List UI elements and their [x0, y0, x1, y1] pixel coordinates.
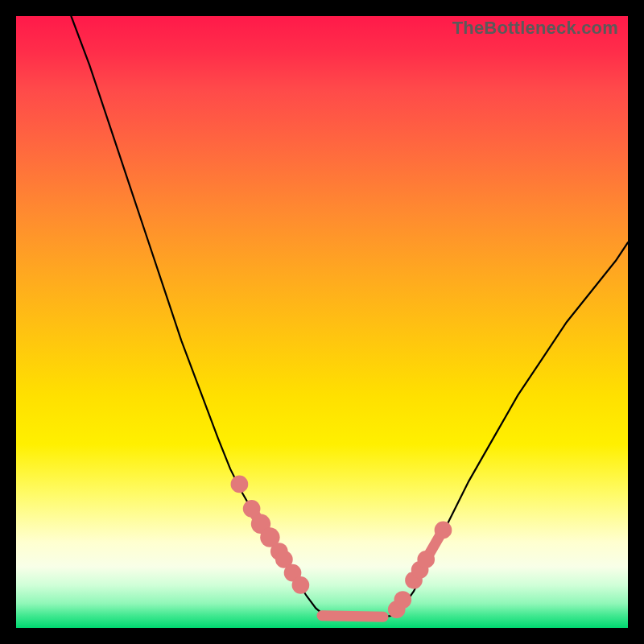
marker-dot	[394, 591, 411, 609]
marker-dot	[435, 522, 452, 539]
marker-segment	[322, 616, 383, 617]
plot-area: TheBottleneck.com	[16, 16, 628, 628]
curve-group	[71, 16, 628, 619]
marker-dot	[417, 551, 435, 568]
marker-dot	[292, 576, 310, 594]
curve-svg	[16, 16, 628, 628]
bottleneck-curve	[71, 16, 628, 619]
marker-group	[231, 476, 452, 618]
marker-dot	[231, 476, 249, 493]
chart-frame: TheBottleneck.com	[0, 0, 644, 644]
